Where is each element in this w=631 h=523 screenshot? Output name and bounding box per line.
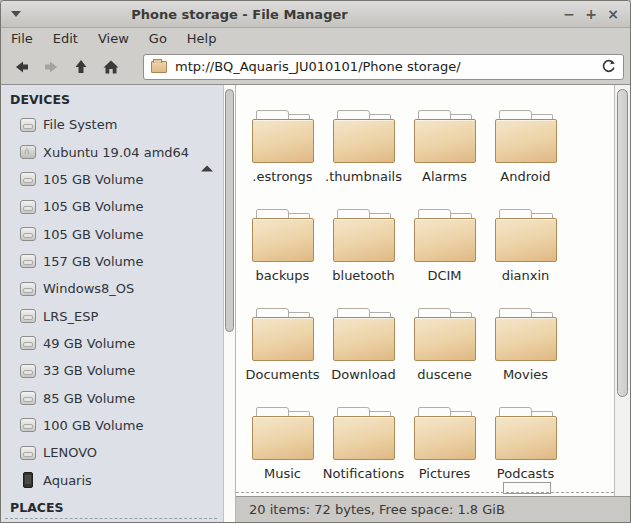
folder-icon (252, 110, 314, 163)
drive-harddisk-icon (20, 282, 36, 296)
folder-label: Music (264, 466, 301, 481)
content-area: DEVICES File System Xubuntu 19.04 am (1, 85, 630, 522)
folder-item[interactable]: Alarms (404, 105, 485, 204)
device-label: 33 GB Volume (43, 363, 135, 378)
window-title: Phone storage - File Manager (31, 7, 558, 22)
file-view[interactable]: .estrongs .thumbnails (236, 85, 630, 496)
folder-grid: .estrongs .thumbnails (236, 85, 614, 496)
menu-item[interactable]: Edit (43, 28, 88, 49)
up-button[interactable] (67, 53, 95, 81)
window-controls: − + × (558, 3, 630, 25)
sidebar-device-item[interactable]: 85 GB Volume (1, 384, 223, 411)
minimize-button[interactable]: − (558, 3, 580, 25)
sidebar-device-item[interactable]: 105 GB Volume (1, 220, 223, 247)
sidebar-device-item[interactable]: Windows8_OS (1, 275, 223, 302)
sidebar-scrollbar[interactable] (223, 85, 236, 522)
folder-label: DCIM (427, 268, 461, 283)
folder-item[interactable]: Movies (485, 303, 566, 402)
sidebar-device-item[interactable]: 105 GB Volume (1, 166, 223, 193)
home-icon (102, 59, 120, 75)
home-button[interactable] (97, 53, 125, 81)
menu-item[interactable]: File (1, 28, 43, 49)
window-menu-button[interactable] (1, 1, 31, 27)
drive-harddisk-icon (20, 446, 36, 460)
folder-label: Pictures (419, 466, 470, 481)
titlebar: Phone storage - File Manager − + × (1, 1, 630, 28)
folder-item[interactable]: duscene (404, 303, 485, 402)
folder-item[interactable]: Documents (242, 303, 323, 402)
folder-label: bluetooth (332, 268, 394, 283)
sidebar-device-item[interactable]: LRS_ESP (1, 302, 223, 329)
folder-item[interactable]: backups (242, 204, 323, 303)
sidebar-device-item[interactable]: Xubuntu 19.04 amd64 (1, 138, 223, 165)
drive-harddisk-icon (20, 172, 36, 186)
forward-button[interactable] (37, 53, 65, 81)
drive-harddisk-icon (20, 200, 36, 214)
folder-item[interactable]: Pictures (404, 402, 485, 496)
folder-item[interactable]: dianxin (485, 204, 566, 303)
folder-item[interactable]: Music (242, 402, 323, 496)
file-manager-window: Phone storage - File Manager − + × File … (0, 0, 631, 523)
maximize-button[interactable]: + (580, 3, 602, 25)
folder-item[interactable]: Android (485, 105, 566, 204)
folder-icon (414, 110, 476, 163)
device-label: LRS_ESP (43, 309, 98, 324)
folder-icon (495, 209, 557, 262)
devices-list: File System Xubuntu 19.04 amd64 (1, 111, 223, 494)
drive-harddisk-icon (20, 118, 36, 132)
folder-label: dianxin (502, 268, 550, 283)
window-menu-icon (11, 11, 21, 17)
drive-harddisk-icon (20, 391, 36, 405)
folder-icon (333, 209, 395, 262)
folder-item[interactable]: bluetooth (323, 204, 404, 303)
folder-label: Android (500, 169, 550, 184)
folder-item[interactable]: Download (323, 303, 404, 402)
menu-item[interactable]: Help (177, 28, 227, 49)
reload-button[interactable] (595, 56, 621, 78)
sidebar-scrollbar-thumb[interactable] (225, 89, 234, 332)
statusbar: 20 items: 72 bytes, Free space: 1.8 GiB (236, 496, 630, 522)
folder-item[interactable]: .thumbnails (323, 105, 404, 204)
sidebar-device-item[interactable]: 157 GB Volume (1, 248, 223, 275)
folder-item[interactable]: .estrongs (242, 105, 323, 204)
file-view-scrollbar-thumb[interactable] (617, 89, 628, 397)
folder-icon (252, 407, 314, 460)
location-bar[interactable]: mtp://BQ_Aquaris_JU010101/Phone storage/ (143, 54, 624, 80)
eject-button[interactable] (201, 147, 215, 158)
folder-label: .estrongs (252, 169, 312, 184)
back-button[interactable] (7, 53, 35, 81)
sidebar-device-item[interactable]: 49 GB Volume (1, 330, 223, 357)
sidebar-device-item[interactable]: File System (1, 111, 223, 138)
folder-item[interactable]: Notifications (323, 402, 404, 496)
folder-label: duscene (417, 367, 472, 382)
reload-icon (601, 59, 616, 74)
folder-label: Alarms (422, 169, 467, 184)
location-path[interactable]: mtp://BQ_Aquaris_JU010101/Phone storage/ (175, 59, 461, 74)
folder-label: Podcasts (497, 466, 554, 481)
device-label: 85 GB Volume (43, 391, 135, 406)
folder-icon (414, 209, 476, 262)
device-label: 105 GB Volume (43, 172, 143, 187)
file-view-scrollbar[interactable] (614, 85, 630, 496)
sidebar-device-item[interactable]: Aquaris (1, 466, 223, 493)
forward-icon (43, 59, 60, 75)
drive-harddisk-icon (20, 254, 36, 268)
toolbar: mtp://BQ_Aquaris_JU010101/Phone storage/ (1, 49, 630, 85)
sidebar-device-item[interactable]: 33 GB Volume (1, 357, 223, 384)
sidebar-device-item[interactable]: LENOVO (1, 439, 223, 466)
close-button[interactable]: × (602, 3, 624, 25)
folder-item[interactable]: DCIM (404, 204, 485, 303)
device-label: Windows8_OS (43, 281, 134, 296)
sidebar-device-item[interactable]: 100 GB Volume (1, 412, 223, 439)
folder-label: .thumbnails (325, 169, 402, 184)
drive-harddisk-icon (20, 336, 36, 350)
folder-label: backups (256, 268, 310, 283)
devices-header: DEVICES (1, 85, 223, 111)
sidebar-device-item[interactable]: 105 GB Volume (1, 193, 223, 220)
device-label: 157 GB Volume (43, 254, 143, 269)
device-label: 100 GB Volume (43, 418, 143, 433)
menu-item[interactable]: Go (139, 28, 177, 49)
folder-icon (333, 308, 395, 361)
drive-harddisk-icon (20, 309, 36, 323)
menu-item[interactable]: View (88, 28, 139, 49)
